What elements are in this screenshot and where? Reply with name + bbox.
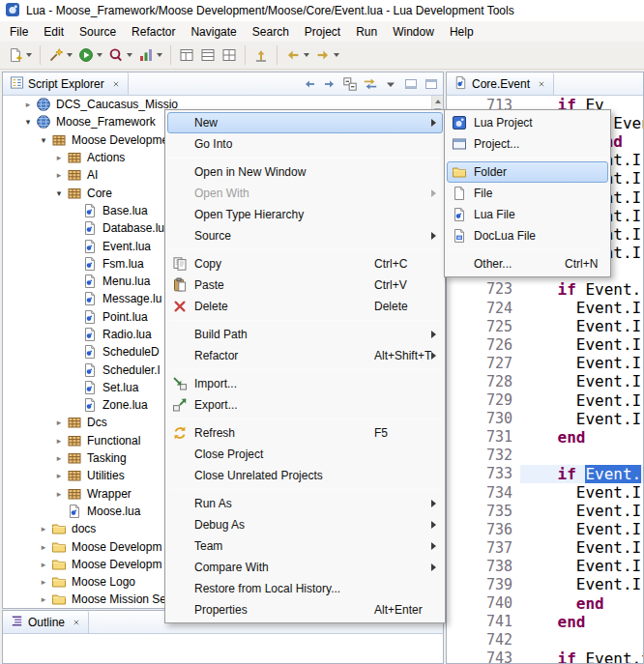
dropdown-caret-icon[interactable] — [304, 53, 309, 57]
menu-item-run-as[interactable]: Run As — [167, 493, 443, 514]
menubar-item-refactor[interactable]: Refactor — [124, 22, 183, 42]
menubar-item-window[interactable]: Window — [385, 22, 442, 42]
menu-item-paste[interactable]: PasteCtrl+V — [167, 274, 443, 296]
collapse-arrow-icon[interactable]: ▾ — [20, 114, 36, 130]
line-number[interactable]: 728 — [447, 373, 520, 390]
view-menu-button[interactable] — [381, 74, 399, 93]
back-history-button[interactable] — [282, 43, 312, 67]
view-toggle-3-button[interactable] — [219, 43, 240, 67]
maximize-button[interactable] — [422, 74, 440, 93]
menu-item-lua-project[interactable]: Lua Project — [447, 112, 608, 133]
line-number[interactable]: 740 — [447, 594, 520, 612]
code-line[interactable]: 724 Event.I — [447, 299, 643, 317]
code-line[interactable]: 728 Event.I — [447, 372, 643, 390]
menubar-item-edit[interactable]: Edit — [36, 22, 72, 42]
line-number[interactable]: 732 — [447, 447, 520, 464]
dropdown-caret-icon[interactable] — [26, 53, 32, 57]
menubar-item-help[interactable]: Help — [442, 22, 482, 42]
menu-item-refresh[interactable]: RefreshF5 — [167, 422, 443, 444]
menu-item-file[interactable]: File — [447, 183, 608, 204]
code-line[interactable]: 730 Event.I — [447, 410, 643, 428]
expand-arrow-icon[interactable]: ▸ — [51, 150, 67, 165]
code-line[interactable]: 742 — [447, 631, 643, 650]
code-line[interactable]: 739 Event.I — [447, 575, 643, 593]
menu-item-doclua-file[interactable]: DocLua File — [447, 225, 608, 246]
expand-arrow-icon[interactable]: ▸ — [51, 433, 67, 448]
profile-button[interactable] — [105, 43, 135, 67]
menu-item-export[interactable]: Export... — [167, 394, 443, 416]
code-line[interactable]: 734 Event.I — [447, 483, 643, 502]
view-toggle-1-button[interactable] — [176, 43, 197, 67]
code-line[interactable]: 737 Event.I — [447, 538, 643, 557]
tab-script-explorer[interactable]: Script Explorer — [3, 72, 129, 95]
view-toggle-2-button[interactable] — [197, 43, 219, 67]
last-edit-location-button[interactable] — [250, 43, 272, 67]
line-number[interactable]: 736 — [447, 521, 520, 538]
code-line[interactable]: 741 end — [447, 613, 643, 631]
menubar-item-search[interactable]: Search — [245, 22, 297, 42]
menu-item-restore-from-local-history[interactable]: Restore from Local History... — [167, 578, 443, 599]
menu-item-compare-with[interactable]: Compare With — [167, 557, 443, 578]
new-wizard-button[interactable] — [5, 43, 35, 67]
code-line[interactable]: 736 Event.I — [447, 520, 643, 538]
code-line[interactable]: 723 if Event. — [447, 280, 643, 299]
line-number[interactable]: 742 — [447, 631, 520, 649]
expand-arrow-icon[interactable]: ▸ — [36, 521, 51, 536]
close-icon[interactable] — [537, 79, 546, 89]
line-number[interactable]: 727 — [447, 355, 520, 372]
line-number[interactable]: 724 — [447, 300, 520, 317]
line-number[interactable]: 725 — [447, 318, 520, 335]
expand-arrow-icon[interactable]: ▸ — [36, 557, 51, 572]
menu-item-go-into[interactable]: Go Into — [167, 133, 443, 155]
menubar-item-navigate[interactable]: Navigate — [183, 22, 244, 42]
expand-arrow-icon[interactable]: ▸ — [36, 574, 51, 590]
close-icon[interactable] — [72, 618, 81, 627]
menubar-item-file[interactable]: File — [2, 22, 36, 42]
menu-item-open-with[interactable]: Open With — [167, 183, 443, 204]
menu-item-build-path[interactable]: Build Path — [167, 324, 443, 345]
external-tools-button[interactable] — [45, 43, 75, 67]
menu-item-import[interactable]: Import... — [167, 373, 443, 394]
line-number[interactable]: 734 — [447, 484, 520, 502]
line-number[interactable]: 739 — [447, 576, 520, 593]
expand-arrow-icon[interactable]: ▸ — [36, 592, 51, 607]
menu-item-debug-as[interactable]: Debug As — [167, 514, 443, 535]
menu-item-folder[interactable]: Folder — [447, 161, 608, 183]
collapse-arrow-icon[interactable]: ▾ — [36, 132, 51, 148]
code-line[interactable]: 733 if Event. — [447, 465, 643, 483]
line-number[interactable]: 723 — [447, 280, 520, 298]
close-icon[interactable] — [111, 79, 121, 89]
expand-arrow-icon[interactable]: ▸ — [51, 486, 67, 502]
code-line[interactable]: 725 Event.I — [447, 317, 643, 335]
dropdown-caret-icon[interactable] — [127, 53, 132, 57]
line-number[interactable]: 726 — [447, 336, 520, 354]
dropdown-caret-icon[interactable] — [67, 53, 73, 57]
code-line[interactable]: 732 — [447, 447, 643, 465]
line-number[interactable]: 741 — [447, 613, 520, 630]
line-number[interactable]: 735 — [447, 503, 520, 520]
tab-core-event[interactable]: Core.Event — [447, 72, 554, 95]
scroll-up-icon[interactable] — [432, 96, 443, 106]
line-number[interactable]: 733 — [447, 465, 520, 482]
menu-item-refactor[interactable]: RefactorAlt+Shift+T — [167, 345, 443, 366]
menu-item-copy[interactable]: CopyCtrl+C — [167, 253, 443, 274]
dropdown-caret-icon[interactable] — [334, 53, 339, 57]
menubar-item-source[interactable]: Source — [72, 22, 124, 42]
minimize-button[interactable] — [401, 74, 420, 93]
forward-history-button[interactable] — [312, 43, 342, 67]
menubar-item-run[interactable]: Run — [348, 22, 385, 42]
menu-item-close-project[interactable]: Close Project — [167, 444, 443, 465]
expand-arrow-icon[interactable]: ▸ — [20, 97, 36, 112]
menu-item-other[interactable]: Other...Ctrl+N — [447, 253, 608, 274]
expand-arrow-icon[interactable]: ▸ — [51, 450, 67, 466]
expand-arrow-icon[interactable]: ▸ — [51, 468, 67, 483]
menu-item-delete[interactable]: DeleteDelete — [167, 296, 443, 317]
menu-item-new[interactable]: New — [167, 112, 443, 133]
menu-item-lua-file[interactable]: Lua File — [447, 204, 608, 225]
expand-arrow-icon[interactable]: ▸ — [51, 167, 67, 183]
code-line[interactable]: 738 Event.I — [447, 557, 643, 575]
code-line[interactable]: 726 Event.I — [447, 335, 643, 354]
collapse-all-button[interactable] — [340, 74, 359, 93]
menu-item-source[interactable]: Source — [167, 225, 443, 246]
expand-arrow-icon[interactable]: ▸ — [36, 539, 51, 555]
